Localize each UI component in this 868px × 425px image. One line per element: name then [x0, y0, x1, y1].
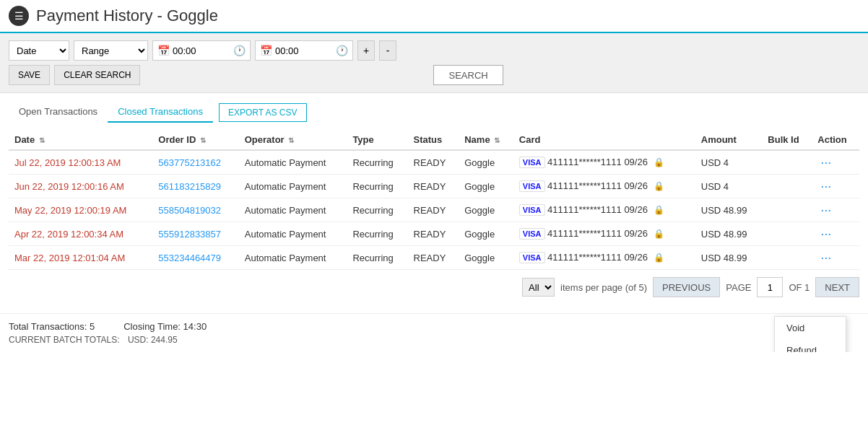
cell-name: Goggle [459, 246, 513, 270]
time-from-input[interactable] [173, 45, 230, 56]
cell-operator: Automatic Payment [239, 222, 347, 246]
clock-to-icon: 🕐 [336, 45, 348, 56]
cell-action: ··· [812, 175, 859, 198]
lock-icon: 🔒 [654, 205, 664, 215]
visa-badge: VISA [519, 252, 545, 263]
action-dots-button[interactable]: ··· [817, 203, 834, 216]
cell-amount: USD 48.99 [695, 222, 763, 246]
title-bar: ☰ Payment History - Goggle [0, 0, 868, 33]
cell-operator: Automatic Payment [239, 150, 347, 175]
cell-card: VISA 411111******1111 09/26 🔒 [513, 150, 695, 175]
page-label: PAGE [726, 282, 751, 293]
cell-type: Recurring [347, 222, 407, 246]
time-to-input[interactable] [275, 45, 333, 56]
cell-status: READY [408, 175, 459, 198]
col-type: Type [347, 130, 407, 150]
col-order-id[interactable]: Order ID ⇅ [152, 130, 238, 150]
cell-type: Recurring [347, 198, 407, 222]
cell-card: VISA 411111******1111 09/26 🔒 [513, 222, 695, 246]
menu-icon[interactable]: ☰ [9, 6, 29, 26]
order-id-link[interactable]: 553234464479 [158, 253, 221, 263]
cell-date: Jun 22, 2019 12:00:16 AM [9, 175, 152, 198]
lock-icon: 🔒 [654, 181, 664, 191]
cell-bulk-id [762, 222, 812, 246]
table-row: Jul 22, 2019 12:00:13 AM 563775213162 Au… [9, 150, 859, 175]
cell-status: READY [408, 222, 459, 246]
order-id-link[interactable]: 555912833857 [158, 229, 221, 240]
calendar-to-icon[interactable]: 📅 [260, 45, 272, 56]
cell-action: ··· [812, 222, 859, 246]
page-number-input[interactable] [757, 277, 783, 297]
calendar-from-icon[interactable]: 📅 [157, 45, 170, 56]
tabs-bar: Open Transactions Closed Transactions EX… [9, 102, 859, 123]
col-action: Action [812, 130, 859, 150]
filter-type-select[interactable]: Date Order ID Status [9, 40, 69, 61]
previous-page-button[interactable]: PREVIOUS [653, 277, 720, 297]
cell-amount: USD 48.99 [695, 198, 763, 222]
search-button[interactable]: SEARCH [433, 65, 503, 85]
cell-operator: Automatic Payment [239, 175, 347, 198]
cell-type: Recurring [347, 175, 407, 198]
cell-date: Apr 22, 2019 12:00:34 AM [9, 222, 152, 246]
total-transactions: Total Transactions: 5 [9, 321, 95, 332]
cell-action: ··· [812, 198, 859, 222]
cell-order-id: 555912833857 [152, 222, 238, 246]
cell-order-id: 558504819032 [152, 198, 238, 222]
cell-order-id: 563775213162 [152, 150, 238, 175]
items-per-page-label: items per page (of 5) [560, 282, 647, 293]
cell-type: Recurring [347, 150, 407, 175]
table-row: Apr 22, 2019 12:00:34 AM 555912833857 Au… [9, 222, 859, 246]
visa-badge: VISA [519, 204, 545, 216]
content-area: Open Transactions Closed Transactions EX… [0, 93, 868, 313]
cell-operator: Automatic Payment [239, 198, 347, 222]
save-button[interactable]: SAVE [9, 65, 50, 85]
context-menu: Void Refund [774, 316, 846, 352]
cell-name: Goggle [459, 222, 513, 246]
transactions-table: Date ⇅ Order ID ⇅ Operator ⇅ Type Status… [9, 130, 859, 270]
cell-bulk-id [762, 175, 812, 198]
col-card: Card [513, 130, 695, 150]
visa-badge: VISA [519, 180, 545, 192]
add-filter-button[interactable]: + [357, 40, 375, 61]
clock-from-icon: 🕐 [233, 45, 246, 56]
action-dots-button[interactable]: ··· [817, 156, 834, 169]
batch-totals-label: CURRENT BATCH TOTALS: [9, 335, 120, 345]
of-label: OF 1 [789, 282, 810, 293]
next-page-button[interactable]: NEXT [815, 277, 859, 297]
tab-open-transactions[interactable]: Open Transactions [9, 102, 108, 123]
col-date[interactable]: Date ⇅ [9, 130, 152, 150]
cell-operator: Automatic Payment [239, 246, 347, 270]
cell-amount: USD 48.99 [695, 246, 763, 270]
action-dots-button[interactable]: ··· [817, 251, 834, 264]
col-operator[interactable]: Operator ⇅ [239, 130, 347, 150]
export-csv-button[interactable]: EXPORT AS CSV [219, 103, 307, 122]
cell-action: ··· [812, 150, 859, 175]
cell-date: Jul 22, 2019 12:00:13 AM [9, 150, 152, 175]
cell-bulk-id [762, 246, 812, 270]
action-dots-button[interactable]: ··· [817, 227, 834, 240]
order-id-link[interactable]: 561183215829 [158, 181, 221, 192]
items-per-page-select[interactable]: All 10 25 50 [522, 278, 555, 297]
remove-filter-button[interactable]: - [379, 40, 396, 61]
lock-icon: 🔒 [654, 253, 664, 263]
cell-card: VISA 411111******1111 09/26 🔒 [513, 175, 695, 198]
cell-name: Goggle [459, 198, 513, 222]
col-name[interactable]: Name ⇅ [459, 130, 513, 150]
order-id-link[interactable]: 558504819032 [158, 205, 221, 216]
lock-icon: 🔒 [654, 157, 664, 167]
filter-range-select[interactable]: Range Single Last 7 Days [74, 40, 148, 61]
clear-search-button[interactable]: CLEAR SEARCH [54, 65, 140, 85]
action-dots-button[interactable]: ··· [817, 180, 834, 193]
cell-amount: USD 4 [695, 175, 763, 198]
visa-badge: VISA [519, 228, 545, 240]
context-menu-refund[interactable]: Refund [775, 339, 846, 352]
col-bulk-id: Bulk Id [762, 130, 812, 150]
cell-name: Goggle [459, 150, 513, 175]
tab-closed-transactions[interactable]: Closed Transactions [108, 102, 213, 123]
order-id-link[interactable]: 563775213162 [158, 157, 221, 168]
cell-order-id: 561183215829 [152, 175, 238, 198]
cell-status: READY [408, 198, 459, 222]
cell-amount: USD 4 [695, 150, 763, 175]
context-menu-void[interactable]: Void [775, 317, 846, 339]
batch-totals-value: USD: 244.95 [128, 335, 178, 345]
